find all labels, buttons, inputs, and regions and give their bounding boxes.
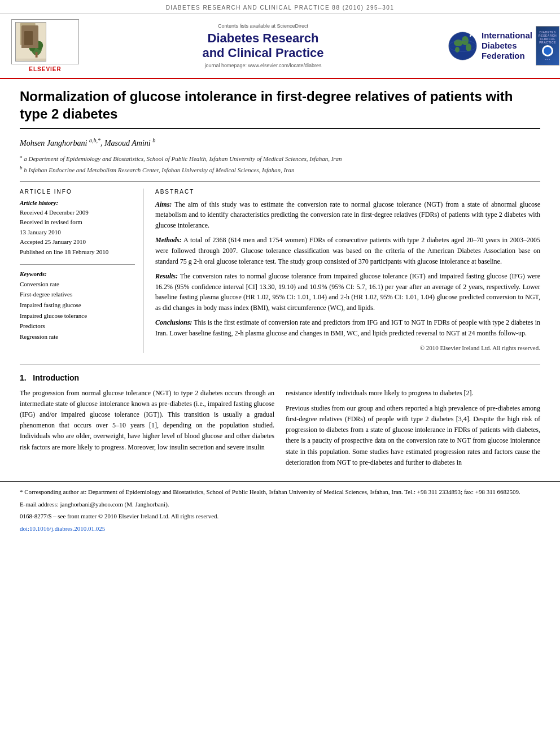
intro-para-1: The progression from normal glucose tole… (20, 388, 274, 453)
methods-label: Methods: (155, 236, 182, 244)
abstract-column: ABSTRACT Aims: The aim of this study was… (155, 189, 540, 353)
conclusions-text: This is the first estimate of conversion… (155, 318, 540, 337)
keywords-label: Keywords: (20, 270, 135, 277)
abstract-methods: Methods: A total of 2368 (614 men and 17… (155, 235, 540, 267)
results-text: The conversion rates to normal glucose t… (155, 272, 540, 312)
header-section: ELSEVIER Contents lists available at Sci… (0, 14, 560, 79)
divider-1 (20, 181, 540, 182)
keyword-1: Conversion rate (20, 279, 135, 290)
svg-rect-7 (36, 52, 38, 58)
elsevier-image (15, 22, 46, 62)
svg-point-8 (29, 42, 36, 51)
article-history-label: Article history: (20, 199, 135, 206)
affiliations: a a Department of Epidemiology and Biost… (20, 152, 540, 176)
idf-globe-icon (447, 30, 478, 62)
revised-date: 13 January 2010 (20, 228, 135, 238)
doi-line: doi:10.1016/j.diabres.2010.01.025 (20, 524, 540, 534)
idf-line3: Federation (482, 51, 525, 60)
idf-section: International Diabetes Federation DIABET… (447, 26, 549, 65)
intro-col-left: The progression from normal glucose tole… (20, 388, 274, 473)
article-title: Normalization of glucose intolerance in … (20, 88, 540, 129)
footer-section: * Corresponding author at: Department of… (0, 481, 560, 539)
intro-two-col: The progression from normal glucose tole… (20, 388, 540, 473)
svg-rect-1 (20, 23, 36, 45)
abstract-conclusions: Conclusions: This is the first estimate … (155, 317, 540, 338)
article-info-column: ARTICLE INFO Article history: Received 4… (20, 189, 144, 353)
corresponding-author: * Corresponding author at: Department of… (20, 487, 540, 497)
article-info-heading: ARTICLE INFO (20, 189, 135, 195)
intro-heading: 1. Introduction (20, 373, 540, 382)
journal-title-line2: and Clinical Practice (202, 46, 323, 60)
results-label: Results: (155, 272, 178, 280)
keyword-3: Impaired fasting glucose (20, 300, 135, 311)
cover-title-text: DIABETES RESEARCH CLINICAL PRACTICE (539, 30, 557, 44)
contents-line: Contents lists available at ScienceDirec… (90, 23, 436, 29)
svg-rect-3 (23, 30, 32, 32)
idf-text: International Diabetes Federation (482, 30, 532, 61)
revised-label: Received in revised form (20, 217, 135, 228)
article-content: Normalization of glucose intolerance in … (0, 79, 560, 481)
keyword-2: First-degree relatives (20, 289, 135, 300)
copyright-line: © 2010 Elsevier Ireland Ltd. All rights … (155, 343, 540, 353)
keyword-6: Regression rate (20, 331, 135, 342)
diabetes-cover-thumbnail: DIABETES RESEARCH CLINICAL PRACTICE • • … (536, 26, 559, 65)
journal-title-line1: Diabetes Research (208, 31, 319, 45)
intro-col-right: resistance identify individuals more lik… (286, 388, 540, 473)
idf-line2: Diabetes (482, 41, 517, 50)
idf-line1: International (482, 30, 532, 40)
intro-col2-para-1: resistance identify individuals more lik… (286, 388, 540, 399)
two-column-section: ARTICLE INFO Article history: Received 4… (20, 189, 540, 353)
email-address: E-mail address: janghorbani@yahoo.com (M… (20, 500, 540, 510)
svg-rect-4 (23, 32, 32, 33)
keyword-5: Predictors (20, 321, 135, 331)
page: DIABETES RESEARCH AND CLINICAL PRACTICE … (0, 0, 560, 747)
abstract-heading: ABSTRACT (155, 189, 540, 195)
journal-title: Diabetes Research and Clinical Practice (90, 31, 436, 61)
svg-point-14 (455, 47, 460, 53)
elsevier-wordmark: ELSEVIER (11, 66, 79, 72)
published-date: Published on line 18 February 2010 (20, 247, 135, 257)
rights-reserved: 0168-8277/$ – see front matter © 2010 El… (20, 512, 540, 522)
abstract-section: Aims: The aim of this study was to estim… (155, 199, 540, 353)
cover-dots: • • • (545, 58, 550, 61)
aims-text: The aim of this study was to estimate th… (155, 200, 540, 229)
accepted-date: Accepted 25 January 2010 (20, 237, 135, 247)
journal-center: Contents lists available at ScienceDirec… (79, 23, 447, 69)
svg-point-9 (37, 41, 43, 50)
cover-inner-circle (544, 47, 552, 55)
received-date: Received 4 December 2009 (20, 208, 135, 218)
introduction-section: 1. Introduction The progression from nor… (20, 364, 540, 473)
article-history: Article history: Received 4 December 200… (20, 199, 135, 257)
abstract-aims: Aims: The aim of this study was to estim… (155, 199, 540, 231)
keyword-4: Impaired glucose tolerance (20, 311, 135, 321)
svg-rect-2 (23, 26, 32, 29)
affiliation-b: b Isfahan Endocrine and Metabolism Resea… (24, 167, 294, 173)
aims-label: Aims: (155, 200, 172, 208)
keywords-section: Keywords: Conversion rate First-degree r… (20, 270, 135, 342)
divider-2 (20, 264, 135, 265)
intro-col2-para-2: Previous studies from our group and othe… (286, 403, 540, 468)
cover-circle-icon (542, 45, 553, 56)
journal-bar: DIABETES RESEARCH AND CLINICAL PRACTICE … (0, 0, 560, 14)
methods-text: A total of 2368 (614 men and 1754 women)… (155, 236, 540, 265)
abstract-results: Results: The conversion rates to normal … (155, 271, 540, 313)
svg-point-13 (466, 43, 471, 51)
svg-rect-5 (23, 34, 30, 36)
conclusions-label: Conclusions: (155, 318, 192, 326)
elsevier-logo: ELSEVIER (11, 19, 79, 72)
affiliation-a: a Department of Epidemiology and Biostat… (24, 155, 342, 162)
journal-homepage: journal homepage: www.elsevier.com/locat… (90, 63, 436, 68)
authors: Mohsen Janghorbani a,b,*, Masoud Amini b (20, 137, 540, 148)
